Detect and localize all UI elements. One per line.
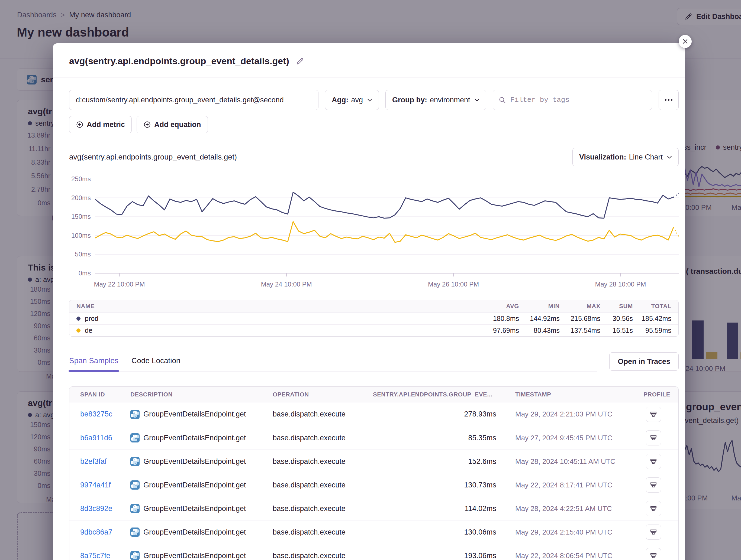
table-row: 8d3c892eGroupEventDetailsEndpoint.getbas… bbox=[69, 497, 678, 520]
span-tbody: be83275cGroupEventDetailsEndpoint.getbas… bbox=[69, 402, 678, 560]
metric-details-modal: avg(sentry.api.endpoints.group_event_det… bbox=[53, 43, 685, 560]
summary-row: prod180.8ms144.92ms215.68ms30.56s185.42m… bbox=[69, 313, 678, 324]
agg-select[interactable]: Agg: avg bbox=[325, 90, 379, 110]
span-operation: base.dispatch.execute bbox=[273, 552, 373, 560]
span-timestamp: May 27, 2024 9:45:45 PM UTC bbox=[496, 434, 637, 442]
line-chart: 0ms50ms100ms150ms200ms250ms May 22 10:00… bbox=[69, 173, 679, 290]
plus-circle-icon bbox=[143, 121, 151, 128]
python-icon bbox=[130, 528, 140, 537]
span-operation: base.dispatch.execute bbox=[273, 434, 373, 442]
x-axis-label: May 22 10:00 PM bbox=[82, 281, 157, 288]
tabs: Span Samples Code Location bbox=[69, 356, 597, 372]
series-summary-table: NAME AVG MIN MAX SUM TOTAL prod180.8ms14… bbox=[69, 300, 679, 337]
span-id-link[interactable]: b2ef3faf bbox=[80, 457, 107, 466]
series-avg: 97.69ms bbox=[478, 327, 519, 334]
span-id-link[interactable]: 8a75c7fe bbox=[80, 552, 110, 560]
profile-flamegraph-icon bbox=[650, 528, 657, 536]
span-description: GroupEventDetailsEndpoint.get bbox=[143, 528, 246, 537]
metric-query-input[interactable] bbox=[69, 90, 319, 110]
span-duration: 130.06ms bbox=[373, 528, 496, 537]
close-icon[interactable] bbox=[679, 35, 692, 48]
python-icon bbox=[130, 410, 140, 419]
series-total: 95.59ms bbox=[633, 327, 671, 334]
groupby-select[interactable]: Group by: environment bbox=[385, 90, 486, 110]
y-axis-label: 100ms bbox=[69, 232, 91, 239]
plus-circle-icon bbox=[76, 121, 83, 128]
python-icon bbox=[130, 504, 140, 513]
y-axis-label: 150ms bbox=[69, 213, 91, 221]
x-axis-label: May 24 10:00 PM bbox=[249, 281, 324, 288]
python-icon bbox=[130, 551, 140, 560]
x-axis-label: May 26 10:00 PM bbox=[415, 281, 491, 288]
screen: Dashboards > My new dashboard My new das… bbox=[0, 0, 741, 560]
chevron-down-icon bbox=[667, 156, 672, 159]
span-operation: base.dispatch.execute bbox=[273, 410, 373, 418]
chevron-down-icon bbox=[475, 98, 479, 101]
series-total: 185.42ms bbox=[633, 315, 671, 323]
profile-flamegraph-icon bbox=[650, 552, 657, 559]
summary-header: NAME AVG MIN MAX SUM TOTAL bbox=[69, 300, 678, 313]
filter-tags-box bbox=[493, 90, 652, 110]
span-operation: base.dispatch.execute bbox=[273, 481, 373, 489]
profile-button[interactable] bbox=[646, 525, 661, 540]
profile-flamegraph-icon bbox=[650, 458, 657, 465]
profile-flamegraph-icon bbox=[650, 434, 657, 442]
tab-span-samples[interactable]: Span Samples bbox=[69, 356, 119, 365]
profile-button[interactable] bbox=[646, 430, 661, 446]
add-row: Add metric Add equation bbox=[69, 116, 679, 133]
span-timestamp: May 29, 2024 2:15:40 PM UTC bbox=[496, 528, 637, 537]
summary-body: prod180.8ms144.92ms215.68ms30.56s185.42m… bbox=[69, 313, 678, 336]
tab-code-location[interactable]: Code Location bbox=[131, 356, 181, 365]
series-min: 144.92ms bbox=[519, 315, 560, 323]
span-duration: 278.93ms bbox=[373, 410, 496, 418]
y-axis-label: 250ms bbox=[69, 175, 91, 183]
profile-button[interactable] bbox=[646, 407, 661, 422]
span-id-link[interactable]: 9dbc86a7 bbox=[80, 528, 113, 536]
modal-header: avg(sentry.api.endpoints.group_event_det… bbox=[53, 43, 685, 77]
span-description: GroupEventDetailsEndpoint.get bbox=[143, 410, 246, 418]
profile-button[interactable] bbox=[646, 477, 661, 493]
span-operation: base.dispatch.execute bbox=[273, 504, 373, 513]
span-description: GroupEventDetailsEndpoint.get bbox=[143, 457, 246, 466]
profile-flamegraph-icon bbox=[650, 481, 657, 489]
span-id-link[interactable]: 8d3c892e bbox=[80, 504, 113, 512]
profile-button[interactable] bbox=[646, 548, 661, 560]
filter-tags-input[interactable] bbox=[510, 96, 647, 104]
table-row: 9974a41fGroupEventDetailsEndpoint.getbas… bbox=[69, 473, 678, 497]
add-metric-button[interactable]: Add metric bbox=[69, 116, 132, 133]
chart-subtitle: avg(sentry.api.endpoints.group_event_det… bbox=[69, 153, 237, 161]
span-duration: 152.6ms bbox=[373, 457, 496, 466]
table-row: be83275cGroupEventDetailsEndpoint.getbas… bbox=[69, 402, 678, 426]
span-duration: 130.73ms bbox=[373, 481, 496, 489]
profile-button[interactable] bbox=[646, 454, 661, 469]
series-sum: 16.51s bbox=[600, 327, 633, 334]
add-equation-button[interactable]: Add equation bbox=[137, 116, 208, 133]
legend-dot bbox=[76, 328, 80, 332]
python-icon bbox=[130, 480, 140, 490]
summary-row: de97.69ms80.43ms137.54ms16.51s95.59ms bbox=[69, 324, 678, 336]
profile-button[interactable] bbox=[646, 501, 661, 516]
query-controls: Agg: avg Group by: environment bbox=[69, 90, 679, 110]
open-in-traces-button[interactable]: Open in Traces bbox=[609, 352, 679, 371]
span-id-link[interactable]: b6a911d6 bbox=[80, 434, 112, 442]
span-samples-table: SPAN ID DESCRIPTION OPERATION SENTRY.API… bbox=[69, 386, 679, 560]
span-timestamp: May 29, 2024 2:21:03 PM UTC bbox=[496, 410, 637, 418]
overflow-menu-button[interactable] bbox=[659, 90, 679, 110]
series-max: 215.68ms bbox=[560, 315, 600, 323]
span-id-link[interactable]: 9974a41f bbox=[80, 481, 111, 489]
y-axis-label: 0ms bbox=[69, 269, 91, 277]
table-row: 9dbc86a7GroupEventDetailsEndpoint.getbas… bbox=[69, 520, 678, 544]
series-sum: 30.56s bbox=[600, 315, 633, 323]
span-operation: base.dispatch.execute bbox=[273, 528, 373, 537]
profile-flamegraph-icon bbox=[650, 410, 657, 418]
visualization-select[interactable]: Visualization: Line Chart bbox=[572, 148, 679, 166]
span-id-link[interactable]: be83275c bbox=[80, 410, 113, 418]
profile-flamegraph-icon bbox=[650, 505, 657, 512]
span-timestamp: May 22, 2024 8:06:54 PM UTC bbox=[496, 552, 637, 560]
table-row: b6a911d6GroupEventDetailsEndpoint.getbas… bbox=[69, 426, 678, 450]
edit-title-pencil-icon[interactable] bbox=[296, 57, 305, 66]
table-row: b2ef3fafGroupEventDetailsEndpoint.getbas… bbox=[69, 450, 678, 473]
legend-dot bbox=[76, 317, 80, 321]
span-description: GroupEventDetailsEndpoint.get bbox=[143, 481, 246, 489]
span-timestamp: May 22, 2024 8:17:41 PM UTC bbox=[496, 481, 637, 489]
